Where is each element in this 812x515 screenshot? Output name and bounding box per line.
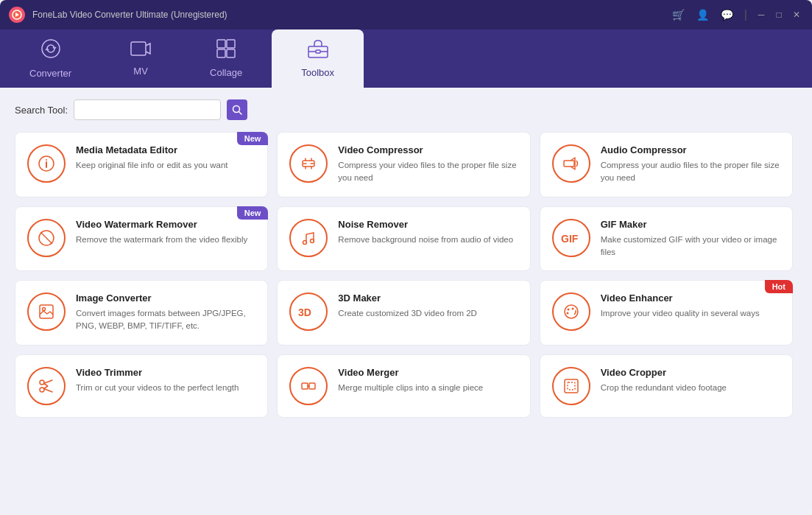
tool-desc-video-enhancer: Improve your video quality in several wa…: [601, 307, 780, 320]
tool-card-video-trimmer[interactable]: Video Trimmer Trim or cut your videos to…: [15, 354, 268, 418]
svg-point-30: [566, 312, 568, 315]
badge-hot: Hot: [765, 280, 793, 293]
toolbox-label: Toolbox: [301, 67, 334, 78]
tool-info-video-watermark-remover: Video Watermark Remover Remove the water…: [76, 219, 255, 246]
tool-icon-media-metadata-editor: [27, 144, 66, 183]
svg-rect-40: [568, 382, 575, 390]
svg-line-34: [44, 388, 53, 392]
search-bar: Search Tool:: [15, 99, 797, 120]
badge-new: New: [237, 132, 269, 145]
converter-label: Converter: [29, 68, 71, 79]
tool-name-video-watermark-remover: Video Watermark Remover: [76, 219, 255, 230]
svg-line-33: [44, 380, 53, 384]
tool-desc-video-cropper: Crop the redundant video footage: [601, 382, 780, 394]
tool-name-media-metadata-editor: Media Metadata Editor: [76, 144, 255, 155]
nav-tabs: Converter MV Collage: [0, 29, 812, 88]
svg-rect-3: [131, 42, 146, 55]
user-icon[interactable]: 👤: [693, 7, 713, 22]
tool-icon-video-compressor: [289, 144, 328, 183]
tool-info-gif-maker: GIF Maker Make customized GIF with your …: [601, 219, 780, 259]
svg-point-22: [311, 239, 314, 242]
svg-line-20: [40, 232, 52, 244]
tool-icon-audio-compressor: [552, 144, 590, 183]
tool-card-video-enhancer[interactable]: Hot Video Enhancer Improve your video qu…: [540, 280, 793, 346]
svg-rect-5: [227, 40, 235, 48]
tool-desc-media-metadata-editor: Keep original file info or edit as you w…: [76, 159, 255, 172]
tool-card-3d-maker[interactable]: 3D 3D Maker Create customized 3D video f…: [277, 280, 530, 346]
tool-name-audio-compressor: Audio Compressor: [601, 144, 780, 155]
tool-info-video-merger: Video Merger Merge multiple clips into a…: [338, 367, 518, 394]
message-icon[interactable]: 💬: [717, 7, 737, 22]
title-bar: FoneLab Video Converter Ultimate (Unregi…: [0, 0, 812, 29]
tool-info-image-converter: Image Converter Convert images formats b…: [76, 292, 255, 333]
tool-info-3d-maker: 3D Maker Create customized 3D video from…: [338, 292, 518, 320]
svg-rect-9: [316, 50, 320, 53]
tool-desc-noise-remover: Remove background noise from audio of vi…: [338, 234, 518, 246]
cart-icon[interactable]: 🛒: [668, 7, 688, 22]
tool-name-video-compressor: Video Compressor: [338, 144, 518, 155]
tool-name-image-converter: Image Converter: [76, 292, 255, 304]
collage-label: Collage: [210, 67, 242, 78]
search-icon: [232, 105, 242, 115]
tool-name-video-merger: Video Merger: [338, 367, 518, 378]
app-window: FoneLab Video Converter Ultimate (Unregi…: [0, 0, 812, 515]
tool-info-video-cropper: Video Cropper Crop the redundant video f…: [601, 367, 780, 394]
tools-grid: New Media Metadata Editor Keep original …: [15, 132, 793, 427]
app-logo: [9, 7, 25, 23]
search-button[interactable]: [227, 99, 247, 120]
tool-desc-gif-maker: Make customized GIF with your video or i…: [601, 234, 780, 259]
svg-rect-24: [40, 305, 53, 318]
tab-toolbox[interactable]: Toolbox: [272, 29, 364, 88]
collage-icon: [216, 39, 236, 63]
app-title: FoneLab Video Converter Ultimate (Unregi…: [32, 10, 668, 20]
svg-point-16: [46, 159, 47, 161]
tool-icon-video-cropper: [552, 367, 590, 405]
tool-desc-video-merger: Merge multiple clips into a single piece: [338, 382, 518, 394]
tab-collage[interactable]: Collage: [180, 29, 272, 88]
svg-text:3D: 3D: [298, 306, 311, 318]
svg-line-13: [239, 112, 242, 115]
tool-icon-video-trimmer: [27, 367, 66, 405]
tool-info-video-enhancer: Video Enhancer Improve your video qualit…: [601, 292, 780, 320]
tool-info-video-compressor: Video Compressor Compress your video fil…: [338, 144, 518, 185]
svg-line-36: [44, 386, 49, 389]
tool-icon-image-converter: [27, 292, 66, 331]
badge-new: New: [237, 206, 269, 220]
tool-card-video-watermark-remover[interactable]: New Video Watermark Remover Remove the w…: [15, 206, 268, 272]
tool-card-image-converter[interactable]: Image Converter Convert images formats b…: [15, 280, 268, 346]
svg-line-35: [44, 383, 49, 386]
tool-icon-video-enhancer: [552, 292, 590, 331]
tool-card-audio-compressor[interactable]: Audio Compressor Compress your audio fil…: [540, 132, 793, 197]
title-bar-controls: 🛒 👤 💬 | ─ □ ✕: [668, 7, 803, 22]
tool-card-noise-remover[interactable]: Noise Remover Remove background noise fr…: [277, 206, 530, 272]
tool-card-media-metadata-editor[interactable]: New Media Metadata Editor Keep original …: [15, 132, 268, 197]
tool-desc-3d-maker: Create customized 3D video from 2D: [338, 307, 518, 320]
svg-point-28: [567, 309, 569, 311]
search-label: Search Tool:: [15, 105, 68, 116]
close-button[interactable]: ✕: [790, 8, 803, 21]
minimize-button[interactable]: ─: [755, 8, 768, 21]
mv-label: MV: [133, 66, 148, 77]
tool-desc-video-watermark-remover: Remove the watermark from the video flex…: [76, 234, 255, 246]
tool-desc-image-converter: Convert images formats between JPG/JPEG,…: [76, 307, 255, 333]
svg-point-25: [43, 308, 46, 311]
tool-info-media-metadata-editor: Media Metadata Editor Keep original file…: [76, 144, 255, 172]
tool-name-gif-maker: GIF Maker: [601, 219, 780, 230]
tool-info-audio-compressor: Audio Compressor Compress your audio fil…: [601, 144, 780, 185]
tool-desc-video-compressor: Compress your video files to the proper …: [338, 159, 518, 185]
svg-rect-4: [217, 40, 225, 48]
tab-converter[interactable]: Converter: [0, 29, 101, 88]
tool-card-video-merger[interactable]: Video Merger Merge multiple clips into a…: [277, 354, 530, 418]
tool-card-video-cropper[interactable]: Video Cropper Crop the redundant video f…: [540, 354, 793, 418]
maximize-button[interactable]: □: [772, 8, 785, 21]
svg-rect-6: [217, 49, 225, 57]
tool-card-video-compressor[interactable]: Video Compressor Compress your video fil…: [277, 132, 530, 197]
svg-marker-1: [15, 13, 19, 17]
tool-icon-gif-maker: GIF: [552, 219, 590, 257]
search-input[interactable]: [74, 99, 221, 120]
tool-name-3d-maker: 3D Maker: [338, 292, 518, 304]
tab-mv[interactable]: MV: [101, 29, 180, 88]
separator: |: [744, 8, 747, 21]
toolbox-icon: [308, 39, 328, 63]
tool-card-gif-maker[interactable]: GIF GIF Maker Make customized GIF with y…: [540, 206, 793, 272]
